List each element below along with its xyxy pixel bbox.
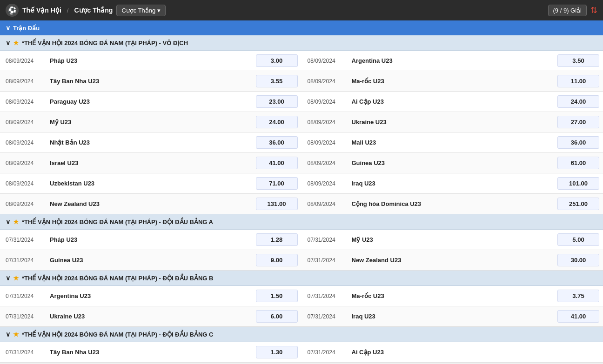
odds-value[interactable]: 3.50 xyxy=(557,54,599,67)
odds-value[interactable]: 11.00 xyxy=(557,75,599,87)
star-icon-3[interactable]: ★ xyxy=(13,331,19,338)
dropdown-cuoc-thang[interactable]: Cược Thắng ▾ xyxy=(116,5,166,16)
team-cell: New Zealand U23 xyxy=(346,252,554,268)
table-row: 07/31/2024Tây Ban Nha U231.3007/31/2024A… xyxy=(0,342,603,363)
odds-value[interactable]: 3.75 xyxy=(557,290,599,302)
row-1-1-left: 07/31/2024Guinea U239.00 xyxy=(0,250,302,270)
section-header-3: ∨ ★ *THẾ VẬN HỘI 2024 BÓNG ĐÁ NAM (TẠI P… xyxy=(0,327,603,342)
odds-value[interactable]: 23.00 xyxy=(256,95,298,108)
team-cell: Ma-rốc U23 xyxy=(346,73,554,89)
team-cell: Ai Cập U23 xyxy=(346,94,554,109)
odds-value[interactable]: 41.00 xyxy=(256,157,298,169)
star-icon-1[interactable]: ★ xyxy=(13,218,19,225)
team-cell: Ukraine U23 xyxy=(44,309,252,324)
section-header-0: ∨ ★ *THẾ VẬN HỘI 2024 BÓNG ĐÁ NAM (TẠI P… xyxy=(0,35,603,51)
header-logo: ⚽ xyxy=(6,4,19,17)
date-cell: 08/09/2024 xyxy=(302,94,346,109)
column-toggle[interactable]: ∨ xyxy=(6,24,10,32)
date-cell: 07/31/2024 xyxy=(302,345,346,360)
date-cell: 07/31/2024 xyxy=(302,289,346,304)
odds-value[interactable]: 9.00 xyxy=(256,254,298,266)
odds-value[interactable]: 3.55 xyxy=(256,75,298,87)
date-cell: 08/09/2024 xyxy=(0,53,44,68)
star-icon-0[interactable]: ★ xyxy=(13,39,19,46)
date-cell: 08/09/2024 xyxy=(0,135,44,150)
team-cell: New Zealand U23 xyxy=(44,196,252,212)
header-title: Thế Vận Hội xyxy=(22,7,61,14)
header-subtitle: Cược Thắng xyxy=(74,7,113,14)
row-0-4-left: 08/09/2024Nhật Bản U2336.00 xyxy=(0,132,302,152)
row-0-1-left: 08/09/2024Tây Ban Nha U233.55 xyxy=(0,71,302,91)
date-cell: 07/31/2024 xyxy=(0,345,44,360)
odds-value[interactable]: 131.00 xyxy=(256,198,298,210)
team-cell: Guinea U23 xyxy=(44,252,252,268)
team-cell: Tây Ban Nha U23 xyxy=(44,344,252,360)
section-toggle-3[interactable]: ∨ xyxy=(6,331,10,338)
team-cell: Nhật Bản U23 xyxy=(44,135,252,150)
date-cell: 08/09/2024 xyxy=(302,115,346,130)
odds-value[interactable]: 36.00 xyxy=(557,136,599,149)
row-0-0-right: 08/09/2024Argentina U233.50 xyxy=(302,51,603,71)
date-cell: 08/09/2024 xyxy=(302,156,346,171)
date-cell: 08/09/2024 xyxy=(0,74,44,89)
odds-value[interactable]: 1.50 xyxy=(256,290,298,302)
odds-value[interactable]: 3.00 xyxy=(256,54,298,67)
row-0-1-right: 08/09/2024Ma-rốc U2311.00 xyxy=(302,71,603,91)
table-row: 07/31/2024Guinea U239.0007/31/2024New Ze… xyxy=(0,250,603,271)
row-0-7-left: 08/09/2024New Zealand U23131.00 xyxy=(0,194,302,214)
date-cell: 08/09/2024 xyxy=(0,197,44,212)
table-row: 07/31/2024Pháp U231.2807/31/2024Mỹ U235.… xyxy=(0,230,603,250)
date-cell: 07/31/2024 xyxy=(0,309,44,324)
odds-value[interactable]: 101.00 xyxy=(557,177,599,190)
header-right: (9 / 9) Giải ⇅ xyxy=(548,5,597,16)
team-cell: Argentina U23 xyxy=(44,288,252,304)
date-cell: 08/09/2024 xyxy=(302,74,346,89)
date-cell: 08/09/2024 xyxy=(302,197,346,212)
odds-value[interactable]: 6.00 xyxy=(256,310,298,323)
row-2-0-left: 07/31/2024Argentina U231.50 xyxy=(0,286,302,306)
team-cell: Mali U23 xyxy=(346,135,554,150)
column-header: ∨ Trận Đấu xyxy=(0,20,603,35)
odds-value[interactable]: 30.00 xyxy=(557,254,599,266)
star-icon-2[interactable]: ★ xyxy=(13,274,19,282)
table-row: 08/09/2024Paraguay U2323.0008/09/2024Ai … xyxy=(0,92,603,112)
main-content: ∨ ★ *THẾ VẬN HỘI 2024 BÓNG ĐÁ NAM (TẠI P… xyxy=(0,35,603,363)
odds-value[interactable]: 41.00 xyxy=(557,310,599,323)
date-cell: 08/09/2024 xyxy=(0,94,44,109)
team-cell: Mỹ U23 xyxy=(346,232,554,247)
team-cell: Uzbekistan U23 xyxy=(44,176,252,191)
row-0-6-left: 08/09/2024Uzbekistan U2371.00 xyxy=(0,173,302,193)
odds-value[interactable]: 24.00 xyxy=(557,95,599,108)
odds-value[interactable]: 61.00 xyxy=(557,157,599,169)
section-toggle-0[interactable]: ∨ xyxy=(6,39,10,46)
row-0-6-right: 08/09/2024Iraq U23101.00 xyxy=(302,173,603,193)
odds-value[interactable]: 27.00 xyxy=(557,116,599,128)
table-row: 08/09/2024Israel U2341.0008/09/2024Guine… xyxy=(0,153,603,173)
row-2-1-left: 07/31/2024Ukraine U236.00 xyxy=(0,306,302,326)
odds-value[interactable]: 24.00 xyxy=(256,116,298,128)
header-left: ⚽ Thế Vận Hội / Cược Thắng Cược Thắng ▾ xyxy=(6,4,166,17)
odds-value[interactable]: 1.28 xyxy=(256,233,298,246)
odds-value[interactable]: 5.00 xyxy=(557,233,599,246)
team-cell: Paraguay U23 xyxy=(44,94,252,109)
soccer-icon: ⚽ xyxy=(7,6,17,15)
team-cell: Pháp U23 xyxy=(44,232,252,247)
column-header-label: Trận Đấu xyxy=(13,25,40,32)
team-cell: Cộng hòa Dominica U23 xyxy=(346,196,554,212)
section-header-2: ∨ ★ *THẾ VẬN HỘI 2024 BÓNG ĐÁ NAM (TẠI P… xyxy=(0,271,603,286)
team-cell: Tây Ban Nha U23 xyxy=(44,73,252,89)
table-row: 07/31/2024Ukraine U236.0007/31/2024Iraq … xyxy=(0,306,603,327)
odds-value[interactable]: 71.00 xyxy=(256,177,298,190)
date-cell: 07/31/2024 xyxy=(0,253,44,268)
section-title-2: *THẾ VẬN HỘI 2024 BÓNG ĐÁ NAM (TẠI PHÁP)… xyxy=(22,275,213,282)
dropdown-label: Cược Thắng xyxy=(121,7,155,14)
section-title-1: *THẾ VẬN HỘI 2024 BÓNG ĐÁ NAM (TẠI PHÁP)… xyxy=(22,218,213,225)
odds-value[interactable]: 1.30 xyxy=(256,346,298,358)
section-toggle-2[interactable]: ∨ xyxy=(6,274,10,282)
date-cell: 07/31/2024 xyxy=(302,309,346,324)
sort-icon[interactable]: ⇅ xyxy=(590,5,597,15)
odds-value[interactable]: 36.00 xyxy=(256,136,298,149)
odds-value[interactable]: 251.00 xyxy=(557,198,599,210)
date-cell: 07/31/2024 xyxy=(302,253,346,268)
section-toggle-1[interactable]: ∨ xyxy=(6,218,10,225)
